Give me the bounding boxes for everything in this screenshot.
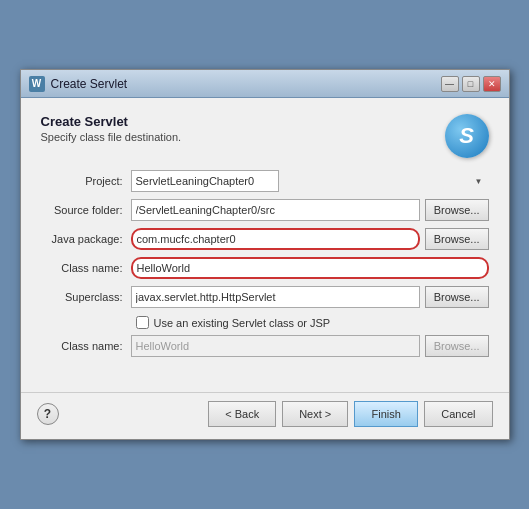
form-area: Project: Source folder: Browse... Java p… [41, 170, 489, 357]
window-icon: W [29, 76, 45, 92]
project-label: Project: [41, 175, 131, 187]
existing-class-browse-button[interactable]: Browse... [425, 335, 489, 357]
section-title: Create Servlet [41, 114, 182, 129]
existing-servlet-checkbox-row: Use an existing Servlet class or JSP [41, 316, 489, 329]
java-package-input-wrap: Browse... [131, 228, 489, 250]
existing-class-input[interactable] [131, 335, 420, 357]
source-folder-browse-button[interactable]: Browse... [425, 199, 489, 221]
maximize-button[interactable]: □ [462, 76, 480, 92]
superclass-input[interactable] [131, 286, 420, 308]
action-buttons: < Back Next > Finish Cancel [208, 401, 492, 427]
project-select-wrap [131, 170, 489, 192]
superclass-input-wrap: Browse... [131, 286, 489, 308]
class-name-row: Class name: [41, 257, 489, 279]
class-name-label: Class name: [41, 262, 131, 274]
existing-class-row: Class name: Browse... [41, 335, 489, 357]
java-package-label: Java package: [41, 233, 131, 245]
window-controls: — □ ✕ [441, 76, 501, 92]
cancel-button[interactable]: Cancel [424, 401, 492, 427]
title-bar-left: W Create Servlet [29, 76, 128, 92]
section-info: Create Servlet Specify class file destin… [41, 114, 182, 155]
source-folder-input[interactable] [131, 199, 420, 221]
next-button[interactable]: Next > [282, 401, 348, 427]
help-button[interactable]: ? [37, 403, 59, 425]
superclass-browse-button[interactable]: Browse... [425, 286, 489, 308]
superclass-label: Superclass: [41, 291, 131, 303]
java-package-browse-button[interactable]: Browse... [425, 228, 489, 250]
project-select[interactable] [131, 170, 279, 192]
back-button[interactable]: < Back [208, 401, 276, 427]
window-title: Create Servlet [51, 77, 128, 91]
dialog-footer: ? < Back Next > Finish Cancel [21, 392, 509, 439]
java-package-input[interactable] [131, 228, 420, 250]
existing-servlet-checkbox-label: Use an existing Servlet class or JSP [154, 317, 331, 329]
existing-servlet-checkbox[interactable] [136, 316, 149, 329]
java-package-row: Java package: Browse... [41, 228, 489, 250]
minimize-button[interactable]: — [441, 76, 459, 92]
project-row: Project: [41, 170, 489, 192]
source-folder-input-wrap: Browse... [131, 199, 489, 221]
close-button[interactable]: ✕ [483, 76, 501, 92]
superclass-row: Superclass: Browse... [41, 286, 489, 308]
dialog-window: W Create Servlet — □ ✕ Create Servlet Sp… [20, 69, 510, 440]
source-folder-label: Source folder: [41, 204, 131, 216]
title-bar: W Create Servlet — □ ✕ [21, 70, 509, 98]
class-name-input-wrap [131, 257, 489, 279]
class-name-input[interactable] [131, 257, 489, 279]
servlet-logo: S [445, 114, 489, 158]
source-folder-row: Source folder: Browse... [41, 199, 489, 221]
dialog-header: Create Servlet Specify class file destin… [41, 114, 489, 158]
section-subtitle: Specify class file destination. [41, 131, 182, 143]
dialog-content: Create Servlet Specify class file destin… [21, 98, 509, 380]
project-input-wrap [131, 170, 489, 192]
existing-class-label: Class name: [41, 340, 131, 352]
existing-class-input-wrap: Browse... [131, 335, 489, 357]
finish-button[interactable]: Finish [354, 401, 418, 427]
